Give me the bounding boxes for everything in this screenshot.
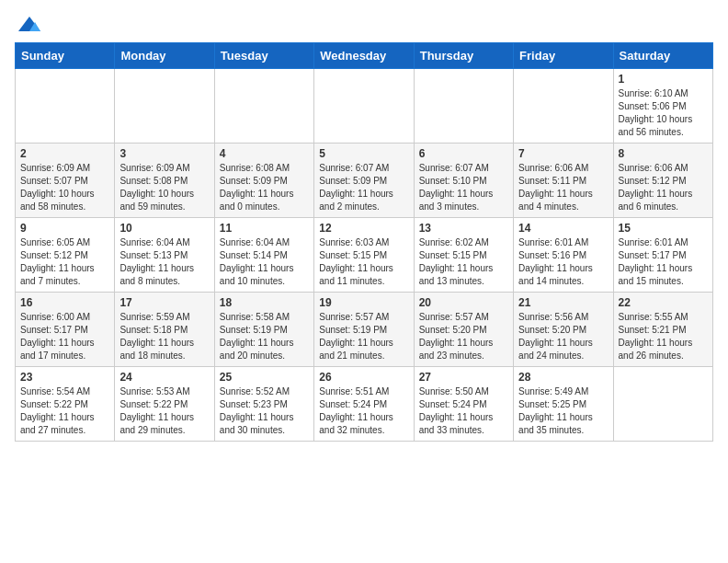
day-number: 11 [220, 222, 309, 235]
day-info: Sunrise: 6:01 AM Sunset: 5:16 PM Dayligh… [518, 236, 608, 288]
day-info: Sunrise: 6:05 AM Sunset: 5:12 PM Dayligh… [20, 236, 109, 288]
day-info: Sunrise: 6:07 AM Sunset: 5:09 PM Dayligh… [319, 162, 408, 213]
calendar-cell: 26Sunrise: 5:51 AM Sunset: 5:24 PM Dayli… [314, 367, 414, 442]
logo-icon [17, 15, 42, 35]
day-info: Sunrise: 5:49 AM Sunset: 5:25 PM Dayligh… [518, 385, 608, 437]
day-info: Sunrise: 6:03 AM Sunset: 5:15 PM Dayligh… [319, 236, 408, 288]
calendar-cell: 19Sunrise: 5:57 AM Sunset: 5:19 PM Dayli… [314, 293, 414, 367]
calendar-cell: 14Sunrise: 6:01 AM Sunset: 5:16 PM Dayli… [514, 218, 613, 293]
day-number: 24 [119, 371, 209, 384]
calendar-cell: 28Sunrise: 5:49 AM Sunset: 5:25 PM Dayli… [514, 367, 613, 442]
calendar-header-row: SundayMondayTuesdayWednesdayThursdayFrid… [16, 43, 713, 69]
day-number: 13 [419, 222, 508, 235]
day-number: 23 [20, 371, 109, 384]
day-number: 1 [619, 73, 708, 86]
calendar-week-row: 1Sunrise: 6:10 AM Sunset: 5:06 PM Daylig… [16, 69, 713, 144]
calendar-cell: 4Sunrise: 6:08 AM Sunset: 5:09 PM Daylig… [214, 144, 313, 218]
day-info: Sunrise: 5:53 AM Sunset: 5:22 PM Dayligh… [119, 385, 209, 437]
calendar-cell: 16Sunrise: 6:00 AM Sunset: 5:17 PM Dayli… [16, 293, 115, 367]
calendar-cell: 21Sunrise: 5:56 AM Sunset: 5:20 PM Dayli… [514, 293, 613, 367]
day-number: 16 [20, 296, 109, 309]
calendar-cell: 24Sunrise: 5:53 AM Sunset: 5:22 PM Dayli… [115, 367, 214, 442]
day-number: 2 [20, 147, 109, 160]
calendar-header-wednesday: Wednesday [314, 43, 414, 69]
day-info: Sunrise: 6:09 AM Sunset: 5:08 PM Dayligh… [119, 162, 209, 213]
day-info: Sunrise: 6:04 AM Sunset: 5:14 PM Dayligh… [220, 236, 309, 288]
day-number: 27 [419, 371, 508, 384]
day-number: 28 [518, 371, 608, 384]
calendar-cell: 17Sunrise: 5:59 AM Sunset: 5:18 PM Dayli… [115, 293, 214, 367]
day-number: 17 [119, 296, 209, 309]
day-number: 20 [419, 296, 508, 309]
calendar-table: SundayMondayTuesdayWednesdayThursdayFrid… [15, 42, 713, 442]
calendar-header-friday: Friday [514, 43, 613, 69]
day-info: Sunrise: 5:58 AM Sunset: 5:19 PM Dayligh… [220, 311, 309, 362]
calendar-week-row: 2Sunrise: 6:09 AM Sunset: 5:07 PM Daylig… [16, 144, 713, 218]
calendar-cell [414, 69, 513, 144]
day-number: 5 [319, 147, 408, 160]
calendar-cell: 13Sunrise: 6:02 AM Sunset: 5:15 PM Dayli… [414, 218, 513, 293]
page-header [15, 15, 713, 35]
calendar-cell: 3Sunrise: 6:09 AM Sunset: 5:08 PM Daylig… [115, 144, 214, 218]
calendar-cell: 10Sunrise: 6:04 AM Sunset: 5:13 PM Dayli… [115, 218, 214, 293]
calendar-cell: 11Sunrise: 6:04 AM Sunset: 5:14 PM Dayli… [214, 218, 313, 293]
calendar-cell: 20Sunrise: 5:57 AM Sunset: 5:20 PM Dayli… [414, 293, 513, 367]
calendar-cell: 5Sunrise: 6:07 AM Sunset: 5:09 PM Daylig… [314, 144, 414, 218]
day-info: Sunrise: 5:55 AM Sunset: 5:21 PM Dayligh… [619, 311, 708, 362]
day-info: Sunrise: 6:06 AM Sunset: 5:11 PM Dayligh… [518, 162, 608, 213]
day-info: Sunrise: 6:10 AM Sunset: 5:06 PM Dayligh… [619, 87, 708, 139]
day-info: Sunrise: 6:02 AM Sunset: 5:15 PM Dayligh… [419, 236, 508, 288]
calendar-cell [16, 69, 115, 144]
calendar-cell [115, 69, 214, 144]
calendar-cell: 6Sunrise: 6:07 AM Sunset: 5:10 PM Daylig… [414, 144, 513, 218]
day-number: 10 [119, 222, 209, 235]
day-info: Sunrise: 6:04 AM Sunset: 5:13 PM Dayligh… [119, 236, 209, 288]
day-number: 7 [518, 147, 608, 160]
day-info: Sunrise: 6:08 AM Sunset: 5:09 PM Dayligh… [220, 162, 309, 213]
day-info: Sunrise: 6:06 AM Sunset: 5:12 PM Dayligh… [619, 162, 708, 213]
day-info: Sunrise: 5:57 AM Sunset: 5:19 PM Dayligh… [319, 311, 408, 362]
day-number: 12 [319, 222, 408, 235]
day-number: 25 [220, 371, 309, 384]
calendar-cell [314, 69, 414, 144]
day-number: 26 [319, 371, 408, 384]
calendar-cell: 2Sunrise: 6:09 AM Sunset: 5:07 PM Daylig… [16, 144, 115, 218]
day-number: 9 [20, 222, 109, 235]
calendar-header-monday: Monday [115, 43, 214, 69]
day-number: 19 [319, 296, 408, 309]
calendar-cell: 12Sunrise: 6:03 AM Sunset: 5:15 PM Dayli… [314, 218, 414, 293]
day-number: 4 [220, 147, 309, 160]
day-number: 21 [518, 296, 608, 309]
calendar-cell: 25Sunrise: 5:52 AM Sunset: 5:23 PM Dayli… [214, 367, 313, 442]
day-info: Sunrise: 6:01 AM Sunset: 5:17 PM Dayligh… [619, 236, 708, 288]
calendar-cell [613, 367, 712, 442]
logo [15, 15, 44, 35]
day-info: Sunrise: 5:56 AM Sunset: 5:20 PM Dayligh… [518, 311, 608, 362]
calendar-week-row: 9Sunrise: 6:05 AM Sunset: 5:12 PM Daylig… [16, 218, 713, 293]
day-info: Sunrise: 5:50 AM Sunset: 5:24 PM Dayligh… [419, 385, 508, 437]
calendar-cell: 23Sunrise: 5:54 AM Sunset: 5:22 PM Dayli… [16, 367, 115, 442]
calendar-header-saturday: Saturday [613, 43, 712, 69]
calendar-header-thursday: Thursday [414, 43, 513, 69]
calendar-week-row: 16Sunrise: 6:00 AM Sunset: 5:17 PM Dayli… [16, 293, 713, 367]
day-number: 6 [419, 147, 508, 160]
calendar-week-row: 23Sunrise: 5:54 AM Sunset: 5:22 PM Dayli… [16, 367, 713, 442]
day-info: Sunrise: 5:59 AM Sunset: 5:18 PM Dayligh… [119, 311, 209, 362]
calendar-cell: 22Sunrise: 5:55 AM Sunset: 5:21 PM Dayli… [613, 293, 712, 367]
calendar-header-sunday: Sunday [16, 43, 115, 69]
calendar-cell: 9Sunrise: 6:05 AM Sunset: 5:12 PM Daylig… [16, 218, 115, 293]
calendar-cell: 27Sunrise: 5:50 AM Sunset: 5:24 PM Dayli… [414, 367, 513, 442]
day-info: Sunrise: 6:00 AM Sunset: 5:17 PM Dayligh… [20, 311, 109, 362]
calendar-cell: 1Sunrise: 6:10 AM Sunset: 5:06 PM Daylig… [613, 69, 712, 144]
calendar-cell: 15Sunrise: 6:01 AM Sunset: 5:17 PM Dayli… [613, 218, 712, 293]
calendar-header-tuesday: Tuesday [214, 43, 313, 69]
calendar-cell [214, 69, 313, 144]
day-info: Sunrise: 5:57 AM Sunset: 5:20 PM Dayligh… [419, 311, 508, 362]
day-info: Sunrise: 6:07 AM Sunset: 5:10 PM Dayligh… [419, 162, 508, 213]
day-number: 8 [619, 147, 708, 160]
day-info: Sunrise: 5:52 AM Sunset: 5:23 PM Dayligh… [220, 385, 309, 437]
day-number: 3 [119, 147, 209, 160]
day-number: 14 [518, 222, 608, 235]
calendar-cell: 8Sunrise: 6:06 AM Sunset: 5:12 PM Daylig… [613, 144, 712, 218]
day-info: Sunrise: 5:54 AM Sunset: 5:22 PM Dayligh… [20, 385, 109, 437]
